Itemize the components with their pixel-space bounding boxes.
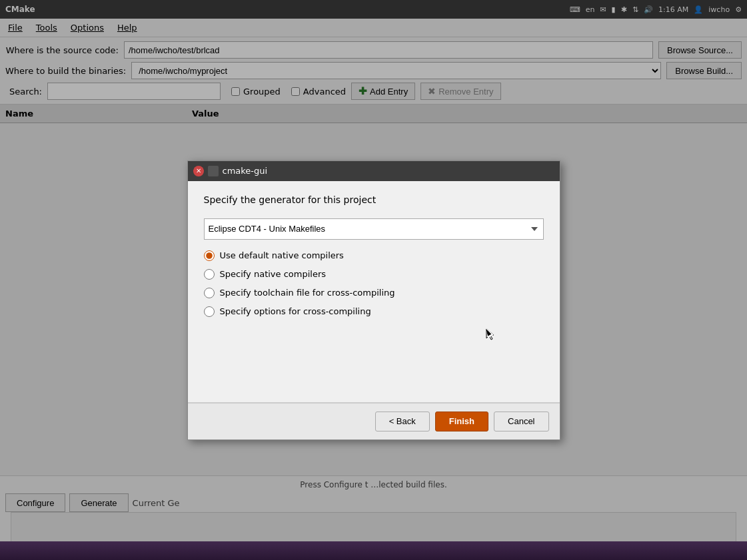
cancel-button[interactable]: Cancel: [494, 412, 548, 431]
radio-item-3[interactable]: Specify options for cross-compiling: [204, 306, 544, 317]
finish-button[interactable]: Finish: [435, 412, 488, 431]
radio-input-1[interactable]: [204, 269, 215, 280]
dialog-title-text: cmake-gui: [223, 166, 268, 176]
radio-label-0: Use default native compilers: [220, 250, 344, 260]
back-button[interactable]: < Back: [375, 412, 430, 431]
generator-select[interactable]: Eclipse CDT4 - Unix Makefiles Unix Makef…: [204, 218, 544, 240]
dialog-close-button[interactable]: ✕: [193, 166, 204, 176]
radio-label-2: Specify toolchain file for cross-compili…: [220, 288, 395, 298]
dialog-footer: < Back Finish Cancel: [188, 403, 560, 439]
compiler-radio-group: Use default native compilers Specify nat…: [204, 250, 544, 317]
radio-label-1: Specify native compilers: [220, 269, 327, 279]
radio-label-3: Specify options for cross-compiling: [220, 306, 371, 316]
dialog-app-icon: [208, 166, 219, 176]
radio-input-0[interactable]: [204, 250, 215, 261]
radio-item-2[interactable]: Specify toolchain file for cross-compili…: [204, 288, 544, 298]
radio-input-2[interactable]: [204, 288, 215, 298]
radio-input-3[interactable]: [204, 306, 215, 317]
radio-item-1[interactable]: Specify native compilers: [204, 269, 544, 280]
dialog-title-bar: ✕ cmake-gui: [188, 161, 560, 181]
dialog-subtitle: Specify the generator for this project: [204, 194, 544, 205]
radio-item-0[interactable]: Use default native compilers: [204, 250, 544, 261]
cmake-gui-dialog: ✕ cmake-gui Specify the generator for th…: [187, 160, 560, 440]
dialog-body: Specify the generator for this project E…: [188, 181, 560, 402]
modal-overlay: ✕ cmake-gui Specify the generator for th…: [0, 0, 747, 560]
